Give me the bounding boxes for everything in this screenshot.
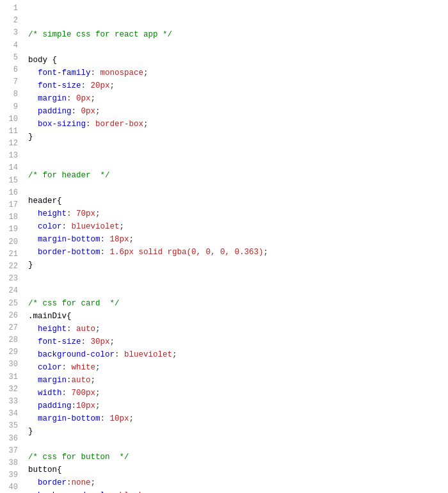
code-line: padding: 0px; <box>28 105 443 118</box>
line-number: 27 <box>3 322 18 334</box>
line-number: 30 <box>3 359 18 371</box>
line-number: 19 <box>3 223 18 236</box>
code-line: height: 70px; <box>28 207 443 220</box>
line-number: 17 <box>3 199 18 211</box>
code-line: width: 700px; <box>28 387 443 400</box>
line-number: 37 <box>3 445 18 457</box>
line-number: 3 <box>3 27 18 39</box>
code-line: border-bottom: 1.6px solid rgba(0, 0, 0,… <box>28 246 443 259</box>
line-number: 14 <box>3 162 18 174</box>
code-line: } <box>28 425 443 438</box>
line-number: 35 <box>3 420 18 432</box>
line-number: 29 <box>3 346 18 359</box>
line-number: 6 <box>3 64 18 76</box>
line-number: 15 <box>3 175 18 187</box>
code-line: border:none; <box>28 476 443 489</box>
code-line: color: white; <box>28 361 443 374</box>
line-number: 4 <box>3 40 18 52</box>
code-line <box>28 284 443 297</box>
line-number: 31 <box>3 371 18 384</box>
code-line: margin-bottom: 10px; <box>28 412 443 425</box>
line-number: 26 <box>3 310 18 322</box>
line-number: 2 <box>3 15 18 27</box>
line-number: 36 <box>3 433 18 445</box>
code-line: .mainDiv{ <box>28 310 443 323</box>
line-number: 25 <box>3 298 18 310</box>
code-line: font-size: 30px; <box>28 335 443 348</box>
line-number: 21 <box>3 248 18 261</box>
line-number: 9 <box>3 101 18 113</box>
code-line: font-size: 20px; <box>28 79 443 92</box>
line-number: 7 <box>3 76 18 88</box>
code-line: /* for header */ <box>28 169 443 182</box>
code-line: margin:auto; <box>28 374 443 387</box>
line-number: 38 <box>3 457 18 469</box>
code-line: body { <box>28 54 443 67</box>
line-numbers: 1234567891011121314151617181920212223242… <box>0 3 23 493</box>
code-line <box>28 438 443 451</box>
line-number: 11 <box>3 125 18 138</box>
code-line: background-color: blueviolet; <box>28 348 443 361</box>
code-line: /* css for card */ <box>28 297 443 310</box>
line-number: 12 <box>3 138 18 150</box>
line-number: 13 <box>3 150 18 162</box>
code-line: color: blueviolet; <box>28 220 443 233</box>
line-number: 18 <box>3 211 18 223</box>
line-number: 16 <box>3 187 18 199</box>
line-number: 1 <box>3 3 18 15</box>
code-line: padding:10px; <box>28 400 443 412</box>
line-number: 23 <box>3 273 18 285</box>
line-number: 28 <box>3 334 18 346</box>
code-line <box>28 182 443 195</box>
line-number: 40 <box>3 481 18 493</box>
line-number: 33 <box>3 396 18 408</box>
code-line: height: auto; <box>28 323 443 335</box>
line-number: 32 <box>3 384 18 396</box>
code-line: button{ <box>28 464 443 476</box>
code-line: } <box>28 259 443 271</box>
code-content[interactable]: /* simple css for react app */ body { fo… <box>23 3 448 493</box>
code-line <box>28 143 443 156</box>
code-line: font-family: monospace; <box>28 67 443 79</box>
code-line: box-sizing: border-box; <box>28 118 443 131</box>
line-number: 8 <box>3 88 18 101</box>
code-line: margin: 0px; <box>28 92 443 105</box>
code-line: /* css for button */ <box>28 451 443 464</box>
code-line <box>28 156 443 169</box>
code-line: /* simple css for react app */ <box>28 28 443 41</box>
line-number: 34 <box>3 408 18 420</box>
code-line: margin-bottom: 18px; <box>28 233 443 246</box>
code-line: background-color:black; <box>28 489 443 493</box>
editor-container: 1234567891011121314151617181920212223242… <box>0 0 448 493</box>
code-line <box>28 41 443 54</box>
line-number: 20 <box>3 236 18 248</box>
code-line: header{ <box>28 195 443 207</box>
code-line: } <box>28 131 443 143</box>
code-line <box>28 271 443 284</box>
line-number: 5 <box>3 52 18 64</box>
line-number: 39 <box>3 469 18 481</box>
code-line <box>28 15 443 28</box>
line-number: 22 <box>3 261 18 273</box>
code-line <box>28 3 443 15</box>
line-number: 10 <box>3 113 18 125</box>
line-number: 24 <box>3 285 18 297</box>
